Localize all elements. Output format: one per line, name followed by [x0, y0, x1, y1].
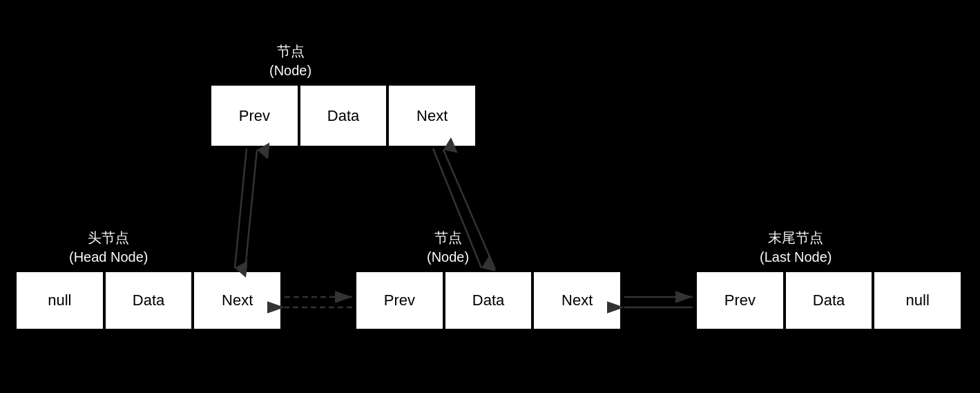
head-node-next: Next: [193, 271, 282, 330]
top-node-label: 节点 (Node): [269, 41, 311, 80]
head-node-data: Data: [104, 271, 193, 330]
diagram-container: 节点 (Node) Prev Data Next 头节点 (Head Node)…: [0, 0, 980, 393]
top-node: Prev Data Next: [209, 83, 478, 148]
mid-node-data: Data: [444, 271, 533, 330]
mid-node-label: 节点 (Node): [427, 228, 469, 267]
top-node-data: Data: [299, 84, 388, 147]
arrow-prev-up: [245, 150, 257, 269]
last-node-label: 末尾节点 (Last Node): [760, 228, 832, 267]
top-node-next: Next: [387, 84, 477, 147]
arrows-svg: [0, 0, 980, 393]
arrow-prev-down: [235, 148, 247, 268]
head-node: null Data Next: [14, 269, 283, 332]
head-node-label: 头节点 (Head Node): [69, 228, 148, 267]
head-node-null: null: [15, 271, 104, 330]
mid-node-prev: Prev: [355, 271, 444, 330]
last-node-prev: Prev: [695, 271, 785, 330]
last-node: Prev Data null: [694, 269, 963, 332]
last-node-data: Data: [785, 271, 874, 330]
last-node-null: null: [873, 271, 962, 330]
mid-node: Prev Data Next: [354, 269, 623, 332]
mid-node-next: Next: [532, 271, 622, 330]
top-node-prev: Prev: [210, 84, 299, 147]
